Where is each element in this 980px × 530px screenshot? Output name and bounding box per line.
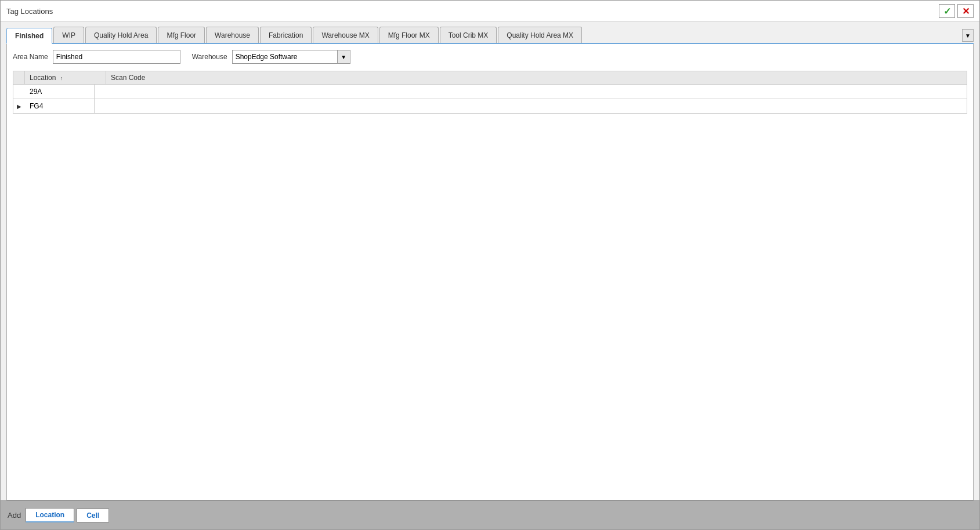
warehouse-select-wrapper: ShopEdge Software ▼ bbox=[232, 50, 350, 64]
row-arrow-icon: ▶ bbox=[17, 103, 21, 110]
tab-finished[interactable]: Finished bbox=[6, 28, 52, 44]
warehouse-field: Warehouse ShopEdge Software ▼ bbox=[192, 50, 350, 64]
tabs-container: Finished WIP Quality Hold Area Mfg Floor… bbox=[6, 27, 974, 44]
save-button[interactable]: ✓ bbox=[939, 4, 955, 18]
content-area: Finished WIP Quality Hold Area Mfg Floor… bbox=[1, 22, 979, 500]
title-bar-buttons: ✓ ✕ bbox=[939, 4, 974, 18]
window-title: Tag Locations bbox=[6, 7, 53, 16]
sort-indicator: ↑ bbox=[60, 75, 63, 81]
tab-wip[interactable]: WIP bbox=[53, 27, 84, 43]
col-header-scan: Scan Code bbox=[106, 71, 176, 84]
tab-warehouse-mx[interactable]: Warehouse MX bbox=[313, 27, 378, 43]
tab-quality-hold-area-mx[interactable]: Quality Hold Area MX bbox=[498, 27, 582, 43]
cell-location-1: 29A bbox=[25, 85, 95, 99]
tab-content-finished: Area Name Warehouse ShopEdge Software ▼ bbox=[6, 44, 974, 500]
tab-warehouse[interactable]: Warehouse bbox=[206, 27, 259, 43]
area-name-label: Area Name bbox=[13, 53, 48, 61]
title-bar: Tag Locations ✓ ✕ bbox=[1, 1, 979, 22]
grid-header: Location ↑ Scan Code bbox=[13, 71, 967, 85]
col-header-location: Location ↑ bbox=[25, 71, 106, 84]
row-selector-2: ▶ bbox=[13, 103, 25, 110]
tab-mfg-floor[interactable]: Mfg Floor bbox=[158, 27, 205, 43]
tabs-dropdown-button[interactable]: ▼ bbox=[962, 29, 974, 42]
add-cell-button[interactable]: Cell bbox=[77, 509, 109, 522]
form-row: Area Name Warehouse ShopEdge Software ▼ bbox=[13, 50, 967, 64]
tab-tool-crib-mx[interactable]: Tool Crib MX bbox=[440, 27, 497, 43]
table-row[interactable]: ▶ FG4 bbox=[13, 99, 967, 113]
add-location-button[interactable]: Location bbox=[26, 508, 74, 522]
tab-fabrication[interactable]: Fabrication bbox=[260, 27, 312, 43]
warehouse-select-arrow[interactable]: ▼ bbox=[337, 50, 350, 63]
main-window: Tag Locations ✓ ✕ Finished WIP Quality H… bbox=[0, 0, 980, 530]
cell-location-2: FG4 bbox=[25, 99, 95, 113]
add-label: Add bbox=[8, 511, 21, 520]
close-icon: ✕ bbox=[962, 6, 970, 17]
save-icon: ✓ bbox=[943, 6, 951, 17]
bottom-bar: Add Location Cell bbox=[1, 500, 979, 529]
area-name-field: Area Name bbox=[13, 50, 180, 64]
warehouse-select[interactable]: ShopEdge Software bbox=[233, 50, 337, 63]
row-selector-1 bbox=[13, 89, 25, 95]
cell-scan-1 bbox=[95, 85, 164, 99]
table-row[interactable]: 29A bbox=[13, 85, 967, 99]
close-button[interactable]: ✕ bbox=[957, 4, 974, 18]
locations-grid: Location ↑ Scan Code 29A bbox=[13, 71, 967, 114]
tab-quality-hold-area[interactable]: Quality Hold Area bbox=[85, 27, 157, 43]
area-name-input[interactable] bbox=[53, 50, 180, 64]
tab-mfg-floor-mx[interactable]: Mfg Floor MX bbox=[379, 27, 439, 43]
warehouse-label: Warehouse bbox=[192, 53, 227, 61]
cell-scan-2 bbox=[95, 99, 164, 113]
